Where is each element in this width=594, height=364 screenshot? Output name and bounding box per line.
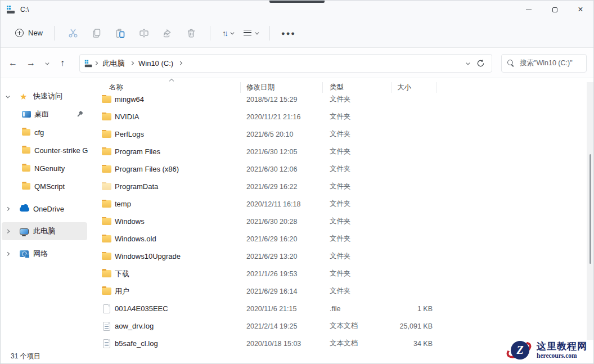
- file-row[interactable]: aow_drv.log2021/2/14 19:25文本文档25,091 KB: [91, 317, 587, 335]
- file-date-modified: 2021/6/29 13:20: [241, 253, 323, 260]
- file-name: Program Files: [115, 147, 160, 156]
- delete-icon: [186, 28, 197, 39]
- rename-button[interactable]: [132, 23, 156, 43]
- file-row[interactable]: temp2020/12/11 16:18文件夹: [91, 195, 587, 213]
- forward-button[interactable]: →: [22, 54, 40, 72]
- file-name: Program Files (x86): [115, 165, 179, 173]
- file-name-cell: mingw64: [91, 95, 241, 104]
- sidebar-gap: [1, 240, 88, 245]
- file-name-cell: b5safe_cl.log: [91, 339, 241, 348]
- chevron-right-icon[interactable]: [6, 252, 9, 255]
- sidebar-item-QMScript[interactable]: QMScript: [2, 177, 87, 195]
- folder-icon: [102, 96, 111, 103]
- file-type: 文件夹: [323, 286, 392, 296]
- file-date-modified: 2021/2/14 19:25: [241, 322, 323, 330]
- file-row[interactable]: Program Files (x86)2021/6/30 12:06文件夹: [91, 160, 587, 178]
- sidebar-item-NGenuity[interactable]: NGenuity: [2, 159, 87, 177]
- history-dropdown-button[interactable]: [40, 54, 53, 72]
- file-row[interactable]: Windows2021/6/30 20:28文件夹: [91, 213, 587, 230]
- view-button[interactable]: [238, 23, 263, 43]
- watermark-site-name: 这里教程网: [537, 341, 587, 352]
- file-type: 文件夹: [323, 129, 392, 139]
- breadcrumb-drive[interactable]: Win10 (C:): [134, 57, 178, 70]
- file-row[interactable]: ProgramData2021/6/29 16:22文件夹: [91, 178, 587, 195]
- refresh-icon[interactable]: [476, 59, 485, 68]
- sidebar-item-Counter-strike G[interactable]: Counter-strike G: [2, 141, 87, 159]
- chevron-right-icon[interactable]: [6, 207, 9, 210]
- up-button[interactable]: ↑: [53, 54, 71, 72]
- close-button[interactable]: ×: [568, 1, 593, 19]
- file-type: 文件夹: [323, 199, 392, 209]
- file-type: 文件夹: [323, 95, 392, 104]
- back-button[interactable]: ←: [4, 54, 22, 72]
- view-icon: [244, 30, 251, 36]
- file-name: Windows10Upgrade: [115, 252, 181, 260]
- file-type: 文件夹: [323, 164, 392, 174]
- minimize-button[interactable]: [516, 1, 542, 19]
- sidebar-item-quick-access[interactable]: ★ 快速访问: [2, 87, 87, 105]
- file-row[interactable]: 用户2021/6/29 16:14文件夹: [91, 282, 587, 300]
- file-name-cell: ProgramData: [91, 182, 241, 191]
- file-type: .file: [323, 305, 392, 313]
- chevron-down-icon[interactable]: [6, 94, 10, 97]
- file-name: 用户: [115, 286, 129, 296]
- folder-icon: [102, 287, 111, 295]
- paste-button[interactable]: [109, 23, 132, 43]
- command-bar: New: [1, 19, 593, 48]
- sidebar-item-label: cfg: [34, 128, 44, 137]
- file-row[interactable]: NVIDIA2020/11/21 21:16文件夹: [91, 108, 587, 125]
- address-bar[interactable]: 此电脑 Win10 (C:): [79, 54, 492, 73]
- file-name: PerfLogs: [115, 130, 144, 138]
- close-icon: ×: [578, 5, 583, 14]
- sidebar-item-label: Counter-strike G: [34, 146, 88, 155]
- more-options-button[interactable]: ●●●: [277, 23, 300, 43]
- sidebar-item-桌面[interactable]: 桌面: [2, 105, 87, 123]
- file-name: mingw64: [115, 95, 144, 104]
- sort-button[interactable]: ↑↓: [217, 23, 238, 43]
- address-dropdown-icon[interactable]: [466, 61, 469, 65]
- file-row[interactable]: 下载2021/1/26 19:53文件夹: [91, 265, 587, 282]
- folder-icon: [102, 165, 111, 173]
- sidebar-item-此电脑[interactable]: 此电脑: [2, 222, 87, 240]
- file-date-modified: 2021/6/30 20:28: [241, 218, 323, 226]
- breadcrumb-this-pc[interactable]: 此电脑: [98, 56, 129, 71]
- scrollbar-thumb[interactable]: [590, 154, 591, 264]
- breadcrumb-separator: [94, 62, 97, 65]
- file-row[interactable]: mingw642018/5/12 15:29文件夹: [91, 91, 587, 108]
- share-button[interactable]: [156, 23, 179, 43]
- chevron-right-icon[interactable]: [6, 230, 9, 233]
- file-row[interactable]: Program Files2021/6/30 12:05文件夹: [91, 143, 587, 160]
- status-bar: 31 个项目: [1, 349, 593, 363]
- folder-icon: [22, 147, 30, 154]
- copy-button[interactable]: [85, 23, 109, 43]
- folder-icon: [102, 131, 111, 138]
- new-button[interactable]: New: [11, 25, 47, 41]
- sidebar-item-网络[interactable]: 网络: [2, 245, 87, 263]
- file-name-cell: aow_drv.log: [91, 322, 241, 331]
- sidebar-item-OneDrive[interactable]: OneDrive: [2, 200, 87, 218]
- maximize-button[interactable]: [542, 1, 568, 19]
- sidebar-item-cfg[interactable]: cfg: [2, 123, 87, 141]
- sidebar-item-label: OneDrive: [33, 205, 64, 213]
- folder-icon: [22, 183, 30, 190]
- file-row[interactable]: PerfLogs2021/6/5 20:10文件夹: [91, 125, 587, 143]
- copy-icon: [91, 28, 102, 39]
- search-input[interactable]: 搜索"Win10 (C:)": [501, 54, 587, 73]
- folder-icon: [102, 113, 111, 120]
- cut-button[interactable]: [61, 23, 85, 43]
- file-row[interactable]: Windows.old2021/6/29 16:20文件夹: [91, 230, 587, 248]
- file-type: 文本文档: [323, 339, 392, 348]
- file-row[interactable]: Windows10Upgrade2021/6/29 13:20文件夹: [91, 248, 587, 265]
- desktop-icon: [22, 111, 31, 118]
- chevron-down-icon: [255, 31, 258, 34]
- file-date-modified: 2020/12/11 16:18: [241, 200, 323, 208]
- drive-icon: [85, 60, 93, 67]
- file-row[interactable]: 001A4E035EEC2020/11/6 21:15.file1 KB: [91, 300, 587, 317]
- sidebar-item-label: NGenuity: [34, 164, 65, 173]
- title-bar: C:\: [1, 1, 593, 19]
- file-name: Windows.old: [115, 235, 156, 243]
- file-name-cell: Windows10Upgrade: [91, 252, 241, 260]
- file-date-modified: 2020/11/6 21:15: [241, 305, 323, 313]
- delete-button[interactable]: [179, 23, 203, 43]
- file-type: 文件夹: [323, 234, 392, 244]
